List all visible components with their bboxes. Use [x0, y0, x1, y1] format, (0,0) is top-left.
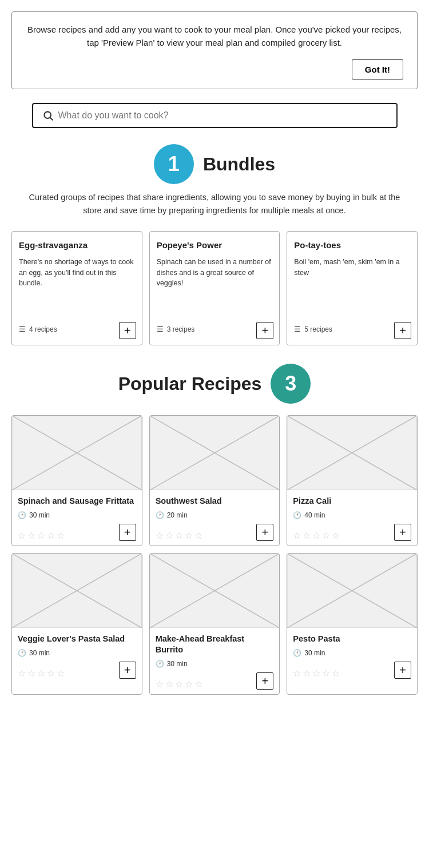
recipe-image-3 — [12, 554, 142, 628]
recipe-add-button-0[interactable]: + — [119, 524, 136, 541]
recipe-info-0: Spinach and Sausage Frittata 🕐 30 min ☆☆… — [12, 490, 142, 546]
recipe-info-2: Pizza Cali 🕐 40 min ☆☆☆☆☆ + — [287, 490, 417, 546]
recipe-card-0: Spinach and Sausage Frittata 🕐 30 min ☆☆… — [11, 415, 142, 546]
bundle-card-1-desc: There's no shortage of ways to cook an e… — [19, 257, 135, 320]
recipe-image-4 — [150, 554, 280, 628]
recipe-bottom-4: ☆☆☆☆☆ + — [156, 672, 274, 690]
recipe-stars-2: ☆☆☆☆☆ — [293, 530, 340, 541]
recipe-time-label-1: 20 min — [167, 511, 188, 519]
recipe-list-icon: ☰ — [19, 325, 26, 333]
recipe-time-1: 🕐 20 min — [156, 511, 274, 519]
recipe-add-button-3[interactable]: + — [119, 662, 136, 679]
bundle-card-3: Po-tay-toes Boil 'em, mash 'em, skim 'em… — [287, 231, 418, 345]
recipe-bottom-3: ☆☆☆☆☆ + — [18, 662, 136, 679]
bundle-card-1-add-button[interactable]: + — [119, 322, 136, 339]
recipe-bottom-5: ☆☆☆☆☆ + — [293, 662, 411, 679]
recipe-bottom-0: ☆☆☆☆☆ + — [18, 524, 136, 541]
recipe-bottom-2: ☆☆☆☆☆ + — [293, 524, 411, 541]
recipe-add-button-2[interactable]: + — [394, 524, 411, 541]
recipe-info-4: Make-Ahead Breakfast Burrito 🕐 30 min ☆☆… — [150, 628, 280, 694]
popular-header: Popular Recipes 3 — [11, 364, 418, 404]
recipe-card-1: Southwest Salad 🕐 20 min ☆☆☆☆☆ + — [149, 415, 280, 546]
bundle-card-3-add-button[interactable]: + — [394, 322, 411, 339]
recipe-bottom-1: ☆☆☆☆☆ + — [156, 524, 274, 541]
got-it-button[interactable]: Got It! — [352, 59, 403, 79]
recipe-title-3: Veggie Lover's Pasta Salad — [18, 634, 136, 644]
recipe-info-1: Southwest Salad 🕐 20 min ☆☆☆☆☆ + — [150, 490, 280, 546]
recipe-image-1 — [150, 416, 280, 490]
bundle-card-2-count: 3 recipes — [167, 325, 195, 333]
recipe-cards-grid: Spinach and Sausage Frittata 🕐 30 min ☆☆… — [11, 415, 418, 695]
popular-badge: 3 — [271, 364, 311, 404]
info-text: Browse recipes and add any you want to c… — [26, 23, 403, 49]
bundle-card-1-meta: ☰ 4 recipes — [19, 325, 135, 333]
bundle-card-1-count: 4 recipes — [29, 325, 57, 333]
recipe-time-label-3: 30 min — [29, 649, 50, 657]
recipe-add-button-4[interactable]: + — [256, 672, 273, 690]
search-input[interactable] — [58, 110, 387, 121]
recipe-add-button-1[interactable]: + — [256, 524, 273, 541]
recipe-info-3: Veggie Lover's Pasta Salad 🕐 30 min ☆☆☆☆… — [12, 628, 142, 694]
bundles-header: 1 Bundles — [11, 144, 418, 184]
search-bar[interactable] — [32, 103, 398, 128]
popular-title: Popular Recipes — [118, 373, 262, 395]
svg-point-0 — [44, 112, 51, 118]
recipe-list-icon-3: ☰ — [294, 325, 301, 333]
recipe-image-5 — [287, 554, 417, 628]
bundle-card-2-title: Popeye's Power — [157, 240, 273, 251]
recipe-stars-3: ☆☆☆☆☆ — [18, 668, 65, 679]
recipe-card-4: Make-Ahead Breakfast Burrito 🕐 30 min ☆☆… — [149, 553, 280, 695]
bundle-card-2: Popeye's Power Spinach can be used in a … — [149, 231, 280, 345]
bundle-card-2-meta: ☰ 3 recipes — [157, 325, 273, 333]
recipe-title-5: Pesto Pasta — [293, 634, 411, 644]
clock-icon-1: 🕐 — [156, 511, 164, 519]
recipe-list-icon-2: ☰ — [157, 325, 164, 333]
recipe-title-4: Make-Ahead Breakfast Burrito — [156, 634, 274, 655]
recipe-time-label-2: 40 min — [304, 511, 325, 519]
svg-line-1 — [50, 118, 53, 121]
bundle-cards-grid: Egg-stravaganza There's no shortage of w… — [11, 231, 418, 345]
bundle-card-1: Egg-stravaganza There's no shortage of w… — [11, 231, 142, 345]
bundle-card-3-desc: Boil 'em, mash 'em, skim 'em in a stew — [294, 257, 410, 320]
bundles-title: Bundles — [203, 154, 275, 175]
recipe-title-0: Spinach and Sausage Frittata — [18, 496, 136, 507]
search-icon — [42, 110, 54, 121]
recipe-stars-1: ☆☆☆☆☆ — [156, 530, 202, 541]
bundle-card-3-count: 5 recipes — [304, 325, 332, 333]
clock-icon-4: 🕐 — [156, 660, 164, 668]
recipe-time-label-4: 30 min — [167, 660, 188, 668]
bundle-card-1-title: Egg-stravaganza — [19, 240, 135, 251]
clock-icon-0: 🕐 — [18, 511, 26, 519]
bundle-card-2-add-button[interactable]: + — [256, 322, 273, 339]
recipe-time-label-5: 30 min — [304, 649, 325, 657]
recipe-image-2 — [287, 416, 417, 490]
bundles-badge: 1 — [154, 144, 194, 184]
recipe-stars-5: ☆☆☆☆☆ — [293, 668, 340, 679]
recipe-card-5: Pesto Pasta 🕐 30 min ☆☆☆☆☆ + — [287, 553, 418, 695]
bundles-description: Curated groups of recipes that share ing… — [11, 191, 418, 217]
clock-icon-3: 🕐 — [18, 649, 26, 657]
recipe-time-label-0: 30 min — [29, 511, 50, 519]
recipe-stars-0: ☆☆☆☆☆ — [18, 530, 65, 541]
recipe-title-2: Pizza Cali — [293, 496, 411, 507]
recipe-time-2: 🕐 40 min — [293, 511, 411, 519]
bundle-card-2-desc: Spinach can be used in a number of dishe… — [157, 257, 273, 320]
bundle-card-3-meta: ☰ 5 recipes — [294, 325, 410, 333]
bundle-card-3-title: Po-tay-toes — [294, 240, 410, 251]
recipe-stars-4: ☆☆☆☆☆ — [156, 679, 202, 690]
recipe-card-2: Pizza Cali 🕐 40 min ☆☆☆☆☆ + — [287, 415, 418, 546]
recipe-time-5: 🕐 30 min — [293, 649, 411, 657]
recipe-time-4: 🕐 30 min — [156, 660, 274, 668]
recipe-card-3: Veggie Lover's Pasta Salad 🕐 30 min ☆☆☆☆… — [11, 553, 142, 695]
info-box: Browse recipes and add any you want to c… — [11, 11, 418, 89]
recipe-time-3: 🕐 30 min — [18, 649, 136, 657]
clock-icon-5: 🕐 — [293, 649, 301, 657]
clock-icon-2: 🕐 — [293, 511, 301, 519]
recipe-title-1: Southwest Salad — [156, 496, 274, 507]
recipe-time-0: 🕐 30 min — [18, 511, 136, 519]
recipe-add-button-5[interactable]: + — [394, 662, 411, 679]
recipe-info-5: Pesto Pasta 🕐 30 min ☆☆☆☆☆ + — [287, 628, 417, 694]
recipe-image-0 — [12, 416, 142, 490]
